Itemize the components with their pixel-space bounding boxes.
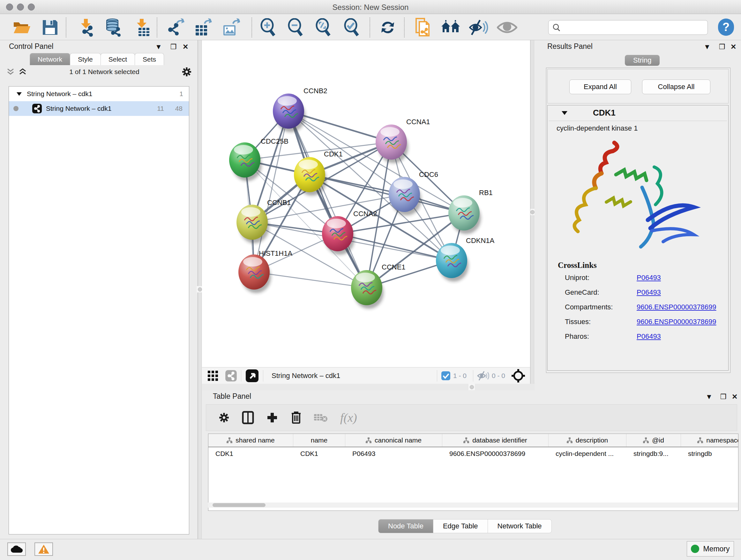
zoom-out-button[interactable] [283, 18, 308, 37]
panel-close-icon[interactable]: ✕ [731, 43, 736, 51]
panel-close-icon[interactable]: ✕ [732, 393, 738, 401]
gene-section-header[interactable]: CDK1 [548, 105, 728, 120]
first-neighbors-button[interactable] [439, 18, 463, 37]
cloud-button[interactable] [7, 543, 26, 556]
column-header[interactable]: database identifier [442, 434, 549, 447]
import-table-from-file-button[interactable] [130, 18, 154, 37]
selected-checkbox-icon[interactable] [441, 371, 451, 381]
tree-expand-icon[interactable] [16, 91, 22, 97]
import-network-from-file-button[interactable] [74, 18, 98, 37]
panel-menu-icon[interactable]: ▼ [705, 393, 713, 401]
network-canvas[interactable]: CCNB2CCNA1CDC25BCDK1CDC6RB1CCNB1CCNA2CDK… [202, 40, 530, 367]
column-header[interactable]: name [293, 434, 345, 447]
tab-network-table[interactable]: Network Table [488, 519, 552, 533]
tab-select[interactable]: Select [100, 53, 135, 65]
memory-button[interactable]: Memory [687, 541, 734, 557]
zoom-selected-button[interactable] [340, 18, 364, 37]
panel-float-icon[interactable]: ❒ [720, 393, 727, 401]
collapse-all-icon[interactable] [6, 68, 15, 76]
network-edge[interactable] [254, 111, 288, 272]
column-header[interactable]: namespace [681, 434, 738, 447]
network-node-CDC6[interactable] [389, 177, 421, 215]
network-node-CDK1[interactable] [294, 157, 327, 196]
network-node-RB1[interactable] [448, 195, 481, 234]
tab-edge-table[interactable]: Edge Table [433, 519, 488, 533]
section-collapse-icon[interactable] [561, 110, 568, 116]
network-edge[interactable] [338, 234, 452, 260]
network-visible-dot[interactable] [13, 106, 18, 111]
network-edge[interactable] [288, 111, 367, 288]
table-row[interactable]: CDK1CDK1P064939606.ENSP00000378699cyclin… [208, 447, 738, 461]
tab-style[interactable]: Style [70, 53, 101, 65]
tab-node-table[interactable]: Node Table [378, 519, 433, 533]
crosslink-link[interactable]: P06493 [636, 332, 661, 341]
table-horizontal-scrollbar[interactable] [208, 503, 738, 508]
table-cell[interactable]: stringdb [681, 447, 738, 461]
import-network-from-database-button[interactable] [101, 18, 125, 37]
fit-content-button[interactable] [311, 18, 335, 37]
zoom-in-button[interactable] [256, 18, 280, 37]
center-view-crosshair-icon[interactable] [511, 368, 526, 383]
network-node-CDC25B[interactable] [229, 142, 262, 181]
crosslink-link[interactable]: P06493 [636, 273, 661, 282]
network-node-CCNE1[interactable] [351, 270, 384, 309]
network-node-CCNB1[interactable] [237, 205, 269, 243]
expand-all-icon[interactable] [18, 68, 27, 76]
results-tab-string[interactable]: String [625, 55, 660, 66]
help-button[interactable]: ? [718, 18, 734, 36]
collapse-all-button[interactable]: Collapse All [642, 79, 711, 94]
table-cell[interactable]: P06493 [345, 447, 442, 461]
panel-float-icon[interactable]: ❒ [719, 43, 725, 51]
scrollbar-thumb[interactable] [212, 503, 266, 507]
panel-close-icon[interactable]: ✕ [183, 43, 188, 51]
column-header[interactable]: shared name [208, 434, 293, 447]
apply-layout-button[interactable] [376, 18, 400, 37]
export-image-button[interactable] [219, 18, 243, 37]
table-options-gear-icon[interactable] [218, 412, 230, 423]
crosslink-link[interactable]: 9606.ENSP00000378699 [636, 303, 717, 311]
panel-menu-icon[interactable]: ▼ [155, 43, 162, 51]
open-in-window-icon[interactable] [245, 369, 259, 383]
string-panel-icon[interactable] [225, 370, 237, 382]
new-network-from-selection-button[interactable] [411, 18, 435, 37]
show-columns-icon[interactable] [242, 411, 254, 424]
hide-selected-button[interactable] [467, 18, 491, 37]
save-session-button[interactable] [38, 18, 62, 37]
network-node-HIST1H1A[interactable] [239, 254, 271, 293]
show-all-button[interactable] [495, 18, 519, 37]
column-header[interactable]: canonical name [345, 434, 442, 447]
column-header[interactable]: @id [626, 434, 681, 447]
export-network-button[interactable] [163, 18, 188, 37]
node-table[interactable]: shared namenamecanonical namedatabase id… [208, 434, 738, 511]
network-node-CDKN1A[interactable] [436, 243, 468, 282]
delete-column-trash-icon[interactable] [290, 411, 302, 424]
network-graph[interactable]: CCNB2CCNA1CDC25BCDK1CDC6RB1CCNB1CCNA2CDK… [202, 40, 530, 367]
table-cell[interactable]: cyclin-dependent ... [549, 447, 626, 461]
table-cell[interactable]: CDK1 [208, 447, 293, 461]
table-cell[interactable]: 9606.ENSP00000378699 [442, 447, 549, 461]
left-splitter[interactable] [198, 40, 202, 539]
crosslink-link[interactable]: 9606.ENSP00000378699 [636, 318, 717, 326]
create-column-plus-icon[interactable] [266, 412, 278, 424]
tab-network[interactable]: Network [30, 53, 70, 65]
network-edge[interactable] [254, 272, 367, 288]
network-node-CCNA2[interactable] [322, 216, 354, 255]
search-input[interactable] [561, 23, 698, 31]
network-collection-row[interactable]: String Network – cdk1 1 [9, 86, 189, 101]
table-cell[interactable]: CDK1 [293, 447, 345, 461]
warnings-button[interactable] [35, 543, 53, 556]
birds-eye-grid-icon[interactable] [207, 370, 219, 381]
horizontal-splitter-handle[interactable] [468, 384, 475, 390]
panel-menu-icon[interactable]: ▼ [704, 43, 711, 51]
open-session-button[interactable] [10, 18, 34, 37]
panel-float-icon[interactable]: ❒ [171, 43, 177, 51]
network-row-selected[interactable]: String Network – cdk1 11 48 [9, 101, 189, 116]
crosslink-link[interactable]: P06493 [636, 288, 661, 297]
export-table-button[interactable] [191, 18, 215, 37]
network-node-CCNA1[interactable] [376, 125, 408, 163]
column-header[interactable]: description [549, 434, 626, 447]
expand-all-button[interactable]: Expand All [569, 79, 631, 94]
network-options-gear-icon[interactable] [181, 66, 192, 77]
tab-sets[interactable]: Sets [135, 53, 164, 65]
network-node-CCNB2[interactable] [273, 94, 306, 132]
